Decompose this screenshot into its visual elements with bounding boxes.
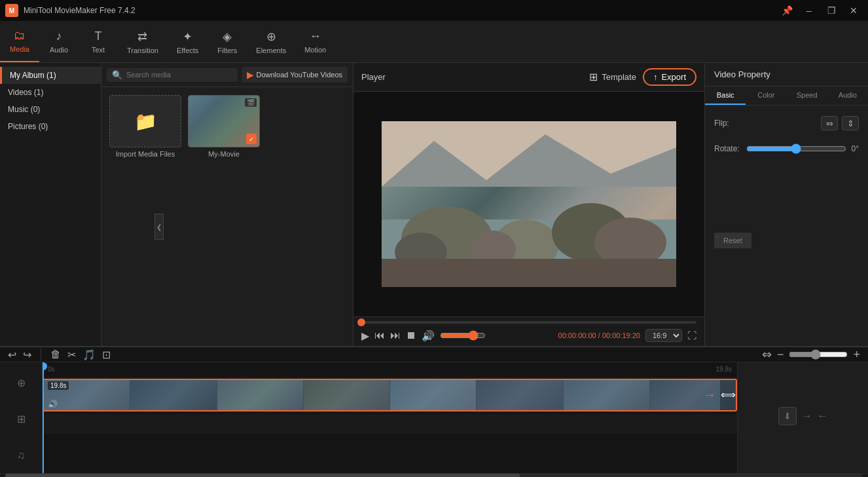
resize-arrow-icon: → [703, 387, 716, 402]
flip-horizontal-button[interactable]: ⇔ [821, 116, 838, 130]
toolbar-filters[interactable]: ◈ Filters [208, 21, 247, 62]
player-controls: ▶ ⏮ ⏭ ⏹ 🔊 00:00:00:00 / 00:00:19:20 16:9… [353, 316, 704, 346]
video-clip[interactable]: 19.8s → ⟺ 🔊 [43, 379, 737, 411]
media-grid: 📁 Import Media Files 🎬 ✓ My-Movie [101, 87, 353, 166]
album-item-myalbum[interactable]: My Album (1) [0, 67, 101, 84]
toolbar-media[interactable]: 🗂 Media [0, 21, 39, 62]
video-track: 19.8s → ⟺ 🔊 [43, 377, 737, 413]
effects-icon: ✦ [183, 29, 192, 44]
close-button[interactable]: ✕ [844, 3, 863, 18]
playhead[interactable] [43, 362, 44, 473]
import-media-item[interactable]: 📁 Import Media Files [109, 95, 181, 158]
track-back-button[interactable]: ← [818, 410, 828, 422]
prop-tab-color[interactable]: Color [746, 86, 786, 105]
timeline-ruler: 0s 19.8s [43, 362, 737, 375]
album-item-videos-label: Videos (1) [8, 88, 43, 97]
property-content: Flip: ⇔ ⇕ Rotate: 0° Reset [705, 105, 868, 259]
fullscreen-button[interactable]: ⛶ [687, 330, 696, 341]
clip-thumb-4 [304, 380, 389, 410]
progress-thumb[interactable] [357, 318, 365, 326]
import-media-thumb[interactable]: 📁 [109, 95, 181, 147]
toolbar-elements[interactable]: ⊕ Elements [247, 21, 295, 62]
progress-bar[interactable] [361, 321, 696, 324]
audio-track [43, 414, 737, 434]
time-display: 00:00:00:00 / 00:00:19:20 [558, 332, 640, 339]
aspect-ratio-select[interactable]: 16:99:161:14:3 [645, 329, 682, 342]
toolbar-motion[interactable]: ↔ Motion [295, 21, 335, 62]
redo-button[interactable]: ↪ [23, 349, 31, 361]
pin-button[interactable]: 📌 [778, 3, 796, 18]
video-preview [382, 121, 676, 287]
timeline-scrollbar [0, 473, 868, 477]
video-media-label: My-Movie [208, 150, 240, 158]
scrollbar-track[interactable] [5, 474, 863, 477]
video-thumb[interactable]: 🎬 ✓ [188, 95, 260, 147]
template-label: Template [602, 72, 636, 82]
album-item-videos[interactable]: Videos (1) [0, 84, 101, 101]
svg-rect-9 [382, 259, 676, 287]
prop-tab-speed[interactable]: Speed [787, 86, 827, 105]
album-item-music[interactable]: Music (0) [0, 101, 101, 118]
toolbar-audio[interactable]: ♪ Audio [39, 21, 79, 62]
track-forward-button[interactable]: → [802, 410, 812, 422]
panel-toggle-button[interactable]: ❮ [154, 214, 164, 240]
motion-icon: ↔ [310, 29, 321, 43]
reset-label: Reset [723, 237, 742, 244]
toolbar-transition[interactable]: ⇄ Transition [118, 21, 168, 62]
flip-controls: ⇔ ⇕ [821, 116, 859, 130]
property-panel: Video Property Basic Color Speed Audio F… [704, 63, 868, 346]
next-frame-button[interactable]: ⏭ [390, 330, 401, 341]
export-button[interactable]: ↑ Export [643, 68, 696, 86]
zoom-in-button[interactable]: + [853, 348, 860, 362]
prop-tab-basic[interactable]: Basic [705, 86, 746, 105]
flip-row: Flip: ⇔ ⇕ [714, 116, 859, 130]
controls-row: ▶ ⏮ ⏭ ⏹ 🔊 00:00:00:00 / 00:00:19:20 16:9… [361, 329, 696, 342]
template-button[interactable]: ⊞ Template [589, 71, 636, 83]
player-title: Player [361, 72, 386, 82]
flip-vertical-button[interactable]: ⇕ [842, 116, 859, 130]
zoom-fit-button[interactable]: ⇔ [762, 347, 772, 362]
restore-button[interactable]: ❐ [822, 3, 841, 18]
crop-button[interactable]: ⊡ [102, 349, 111, 361]
stop-button[interactable]: ⏹ [406, 330, 416, 341]
resize-handle[interactable]: ⟺ [720, 380, 736, 410]
player-area: Player ⊞ Template ↑ Export [353, 63, 704, 346]
transition-icon: ⇄ [137, 29, 147, 44]
titlebar-left: M MiniTool MovieMaker Free 7.4.2 [5, 4, 136, 17]
minimize-button[interactable]: – [800, 3, 818, 18]
scrollbar-thumb[interactable] [5, 474, 520, 477]
export-label: Export [661, 72, 686, 82]
zoom-out-button[interactable]: − [777, 348, 784, 362]
prop-tab-audio[interactable]: Audio [827, 86, 868, 105]
volume-slider[interactable] [440, 330, 486, 341]
delete-button[interactable]: 🗑 [50, 349, 61, 360]
toolbar-media-label: Media [10, 45, 29, 53]
cut-button[interactable]: ✂ [67, 349, 76, 361]
clip-thumb-5 [390, 380, 476, 410]
video-track-label[interactable]: ⊞ [0, 401, 42, 437]
add-track-button[interactable]: ⊕ [0, 365, 42, 401]
download-youtube-button[interactable]: ▶ Download YouTube Videos [242, 67, 348, 83]
rotate-slider[interactable] [746, 143, 846, 154]
rotate-value: 0° [852, 144, 859, 153]
toolbar-effects[interactable]: ✦ Effects [168, 21, 208, 62]
video-media-item[interactable]: 🎬 ✓ My-Movie [188, 95, 260, 158]
search-input[interactable] [126, 71, 232, 79]
toolbar-text[interactable]: T Text [79, 21, 118, 62]
album-item-myalbum-label: My Album (1) [10, 71, 56, 80]
play-button[interactable]: ▶ [361, 330, 369, 342]
property-tabs: Basic Color Speed Audio [705, 86, 868, 105]
volume-icon[interactable]: 🔊 [422, 330, 435, 342]
reset-button[interactable]: Reset [714, 233, 751, 248]
track-download-button[interactable]: ⬇ [778, 407, 797, 425]
undo-button[interactable]: ↩ [8, 349, 16, 361]
audio-track-label[interactable]: ♫ [0, 437, 42, 473]
toolbar-motion-label: Motion [304, 46, 326, 54]
search-input-wrap[interactable]: 🔍 [107, 68, 238, 82]
album-item-pictures[interactable]: Pictures (0) [0, 118, 101, 135]
import-folder-icon: 📁 [134, 111, 157, 132]
prev-frame-button[interactable]: ⏮ [374, 330, 385, 341]
audio-detach-button[interactable]: 🎵 [82, 349, 96, 361]
property-panel-title: Video Property [705, 63, 868, 86]
zoom-slider[interactable] [789, 349, 848, 360]
